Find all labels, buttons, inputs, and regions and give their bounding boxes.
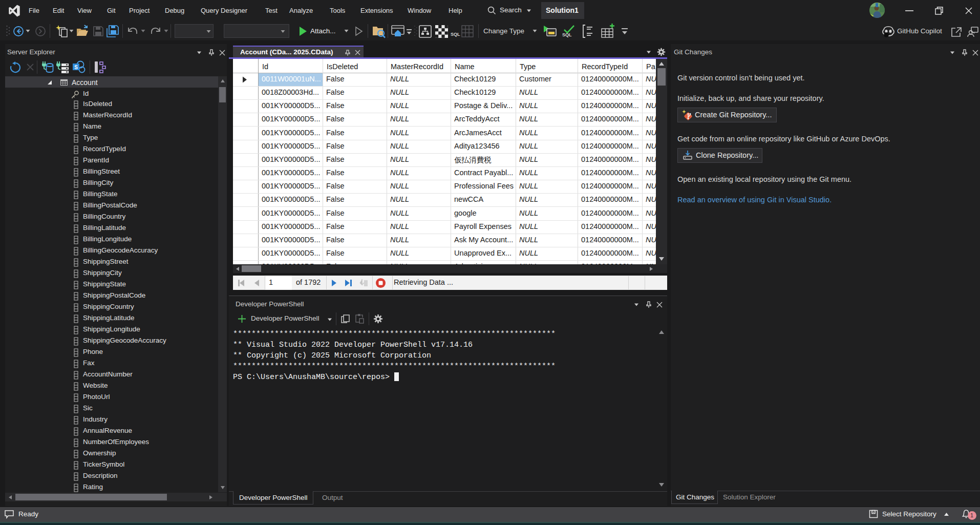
svg-text:S: S (74, 65, 78, 70)
